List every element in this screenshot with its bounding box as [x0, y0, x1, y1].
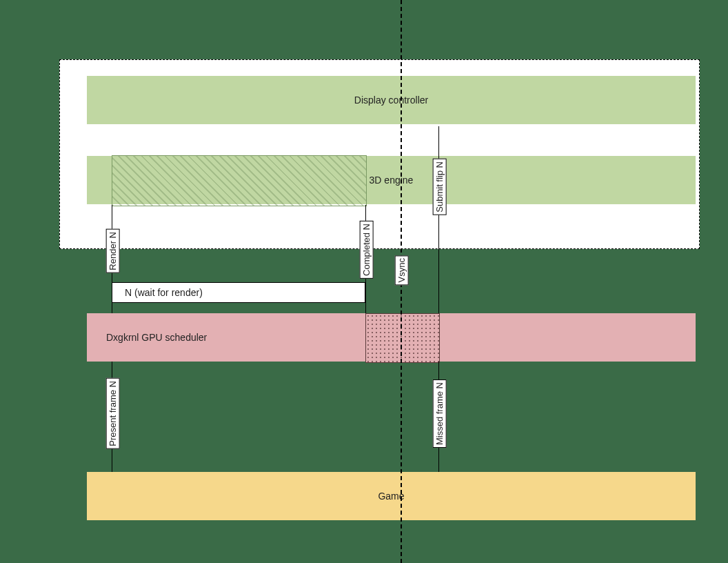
scheduler-label: Dxgkrnl GPU scheduler	[106, 332, 207, 343]
label-missed: Missed frame N	[433, 379, 447, 448]
label-present: Present frame N	[106, 378, 120, 449]
display-controller-bar: Display controller	[87, 76, 696, 124]
label-completed: Completed N	[360, 221, 374, 279]
game-bar: Game	[87, 472, 696, 520]
wait-for-render-box: N (wait for render)	[112, 282, 365, 303]
label-render: Render N	[106, 229, 120, 273]
label-vsync: Vsync	[395, 255, 409, 285]
label-submit-flip: Submit flip N	[433, 159, 447, 215]
engine-label: 3D engine	[370, 175, 414, 186]
wait-for-render-label: N (wait for render)	[125, 287, 203, 298]
scheduler-dotted-segment	[365, 313, 440, 363]
line-submit	[438, 126, 439, 313]
display-controller-label: Display controller	[354, 95, 428, 106]
render-region	[112, 155, 367, 206]
